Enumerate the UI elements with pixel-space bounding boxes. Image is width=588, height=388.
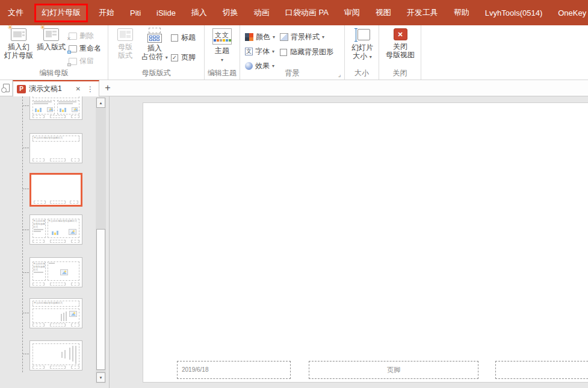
hide-background-graphics-checkbox[interactable]: 隐藏背景图形	[280, 47, 333, 57]
scroll-up-button[interactable]: ▲	[96, 98, 105, 108]
scrollbar-thumb[interactable]	[96, 229, 105, 370]
title-checkbox[interactable]: 标题	[171, 33, 196, 43]
insert-slide-master-button[interactable]: ✳ 插入幻 灯片母版	[2, 28, 35, 60]
new-star-icon: ✳	[40, 24, 45, 31]
recent-documents-button[interactable]	[0, 80, 13, 96]
master-layout-icon	[117, 28, 133, 41]
powerpoint-file-icon: P	[17, 85, 26, 93]
tab-lvyhtools[interactable]: LvyhTools(0514)	[477, 0, 550, 25]
slide-size-button[interactable]: 幻灯片 大小 ▾	[349, 28, 376, 61]
group-label-master-layout: 母版版式	[108, 68, 204, 78]
layout-thumbnail-title-only[interactable]: 单击此处编辑母版标题样式	[29, 133, 82, 163]
tab-options-kebab-icon[interactable]: ⋮	[85, 84, 95, 95]
tab-pocket-animation[interactable]: 口袋动画 PA	[277, 0, 336, 25]
group-background: 颜色 ▾ 文 字体 ▾ 效果 ▾ 背景样式 ▾ 隐藏背景图形	[240, 25, 345, 80]
slide-layout-thumbnail-panel: 单击此处编辑母版标题样式 单击此处编辑母版标题样式 单击	[0, 96, 110, 388]
group-edit-master: ✳ 插入幻 灯片母版 ✳ 插入版式 ✕ 删除 重命名	[0, 25, 108, 80]
dropdown-arrow-icon: ▾	[272, 49, 274, 54]
tab-slide-master[interactable]: 幻灯片母版	[34, 4, 88, 22]
group-label-close: 关闭	[379, 68, 421, 78]
tab-help[interactable]: 帮助	[446, 0, 477, 25]
close-document-icon[interactable]: ✕	[74, 84, 82, 93]
tab-home[interactable]: 开始	[91, 0, 122, 25]
dropdown-arrow-icon: ▾	[273, 34, 275, 40]
footer-checkbox[interactable]: ✓ 页脚	[171, 52, 196, 63]
dropdown-arrow-icon: ▾	[322, 34, 324, 40]
checkbox-unchecked-icon	[171, 34, 178, 42]
layout-thumbnail-vertical-text[interactable]	[29, 340, 82, 371]
colors-button[interactable]: 颜色 ▾	[245, 31, 275, 43]
tab-transitions[interactable]: 切换	[215, 0, 246, 25]
slide-editing-canvas: 2019/6/18 页脚	[110, 96, 588, 388]
group-master-layout: 母版 版式 插入 占位符 ▾ 标题 ✓ 页脚 母版版式	[108, 25, 205, 80]
preserve-pin-icon	[69, 58, 77, 65]
group-label-edit-master: 编辑母版	[0, 68, 108, 78]
colors-icon	[245, 33, 253, 41]
scroll-down-button[interactable]: ▼	[96, 372, 105, 383]
tab-developer[interactable]: 开发工具	[399, 0, 446, 25]
master-layout-button: 母版 版式	[112, 28, 138, 60]
hierarchy-tick	[22, 230, 29, 230]
insert-layout-icon: ✳	[43, 28, 59, 41]
document-tab-active[interactable]: P 演示文稿1 ✕ ⋮	[13, 80, 99, 96]
checkbox-unchecked-icon	[280, 49, 287, 56]
group-label-edit-theme: 编辑主题	[205, 68, 240, 78]
group-size: 幻灯片 大小 ▾ 大小	[345, 25, 379, 80]
delete-button: ✕ 删除	[69, 30, 101, 42]
layout-hierarchy-line	[22, 96, 23, 372]
insert-slide-master-icon: ✳	[11, 28, 26, 41]
tab-file[interactable]: 文件	[0, 0, 31, 25]
preserve-button: 保留	[69, 55, 101, 67]
background-styles-icon	[280, 33, 288, 41]
slide-number-placeholder[interactable]	[495, 361, 588, 379]
footer-placeholder[interactable]: 页脚	[309, 361, 478, 379]
ribbon-tab-bar: 文件 幻灯片母版 开始 Piti iSlide 插入 切换 动画 口袋动画 PA…	[0, 0, 588, 25]
group-label-background: 背景	[240, 68, 344, 78]
slide-master-blank-layout[interactable]: 2019/6/18 页脚	[143, 102, 588, 383]
hierarchy-tick	[22, 313, 29, 313]
layout-thumbnail-two-content[interactable]: 单击此处编辑母版标题样式 单击此处编辑母版标题样式	[29, 214, 82, 245]
new-document-tab-button[interactable]: +	[102, 82, 114, 94]
fonts-button[interactable]: 文 字体 ▾	[245, 45, 275, 58]
hierarchy-tick	[22, 272, 29, 273]
close-master-view-button[interactable]: ✕ 关闭 母版视图	[383, 28, 418, 59]
tab-insert[interactable]: 插入	[184, 0, 215, 25]
workspace: 单击此处编辑母版标题样式 单击此处编辑母版标题样式 单击	[0, 96, 588, 388]
fonts-icon: 文	[245, 48, 253, 55]
tab-review[interactable]: 审阅	[336, 0, 368, 25]
tab-view[interactable]: 视图	[368, 0, 399, 25]
date-placeholder[interactable]: 2019/6/18	[177, 361, 291, 379]
insert-layout-button[interactable]: ✳ 插入版式	[35, 28, 67, 51]
layout-thumbnail-blank-selected[interactable]	[29, 173, 82, 207]
background-styles-button[interactable]: 背景样式 ▾	[280, 31, 333, 43]
hierarchy-tick	[22, 148, 29, 148]
group-label-size: 大小	[345, 68, 379, 78]
layout-thumbnail-comparison[interactable]: 单击此处编辑母版标题样式	[29, 96, 82, 120]
close-master-view-icon: ✕	[394, 28, 407, 40]
thumbnail-scrollbar[interactable]: ▲ ▼	[96, 98, 106, 383]
ribbon: ✳ 插入幻 灯片母版 ✳ 插入版式 ✕ 删除 重命名	[0, 25, 588, 80]
rename-icon	[69, 45, 77, 52]
delete-icon: ✕	[69, 33, 77, 40]
tab-piti[interactable]: Piti	[122, 0, 149, 25]
layout-thumbnail-picture-caption[interactable]: 单击此处编辑母版标题样式	[29, 298, 82, 328]
tab-islide[interactable]: iSlide	[149, 0, 184, 25]
new-star-icon: ✳	[7, 24, 13, 31]
insert-placeholder-icon	[147, 28, 162, 43]
tab-onekey8[interactable]: OneKey 8	[550, 0, 588, 25]
document-tab-title: 演示文稿1	[29, 84, 71, 94]
insert-placeholder-button[interactable]: 插入 占位符 ▾	[140, 28, 170, 62]
dropdown-arrow-icon: ▾	[370, 54, 372, 60]
themes-button[interactable]: 文文 主题 ▾	[209, 28, 235, 64]
document-history-icon	[3, 84, 10, 92]
hierarchy-tick	[22, 189, 29, 189]
group-close: ✕ 关闭 母版视图 关闭	[379, 25, 421, 80]
hierarchy-tick	[22, 354, 29, 354]
rename-button[interactable]: 重命名	[69, 42, 101, 55]
group-edit-theme: 文文 主题 ▾ 编辑主题	[205, 25, 240, 80]
layout-thumbnail-content-caption[interactable]: 单击此处编辑母版标题样式	[29, 257, 82, 287]
tab-animations[interactable]: 动画	[246, 0, 277, 25]
checkbox-checked-icon: ✓	[171, 54, 178, 61]
dropdown-arrow-icon: ▾	[221, 57, 223, 63]
dropdown-arrow-icon: ▾	[166, 55, 168, 60]
